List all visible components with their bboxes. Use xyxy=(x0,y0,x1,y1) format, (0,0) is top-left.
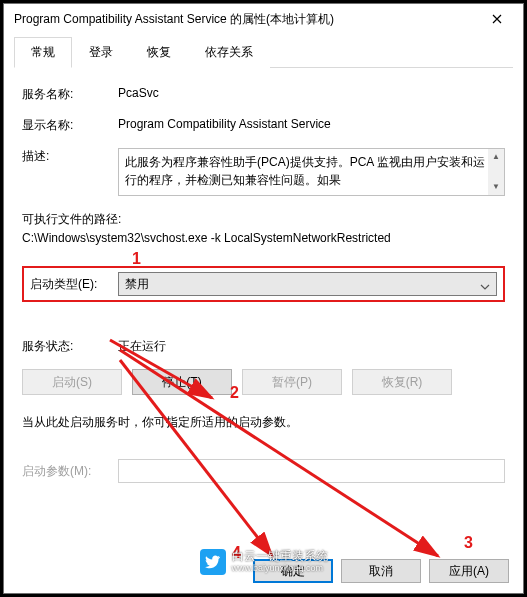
watermark-icon xyxy=(200,549,226,575)
annotation-3: 3 xyxy=(464,534,473,552)
service-status-value: 正在运行 xyxy=(118,338,505,355)
pause-button: 暂停(P) xyxy=(242,369,342,395)
description-text: 此服务为程序兼容性助手(PCA)提供支持。PCA 监视由用户安装和运行的程序，并… xyxy=(125,155,485,187)
tab-logon[interactable]: 登录 xyxy=(72,37,130,68)
stop-button[interactable]: 停止(T) xyxy=(132,369,232,395)
tab-panel-general: 服务名称: PcaSvc 显示名称: Program Compatibility… xyxy=(14,68,513,511)
service-control-buttons: 启动(S) 停止(T) 暂停(P) 恢复(R) xyxy=(22,369,505,395)
watermark: 白云一键重装系统 www.baiyunxitong.com xyxy=(200,549,328,575)
watermark-line1: 白云一键重装系统 xyxy=(232,550,328,563)
service-status-label: 服务状态: xyxy=(22,338,118,355)
watermark-line2: www.baiyunxitong.com xyxy=(232,564,328,574)
start-params-input xyxy=(118,459,505,483)
start-params-hint: 当从此处启动服务时，你可指定所适用的启动参数。 xyxy=(22,413,505,431)
display-name-value: Program Compatibility Assistant Service xyxy=(118,117,505,134)
close-icon xyxy=(492,14,502,24)
exe-path-value: C:\Windows\system32\svchost.exe -k Local… xyxy=(22,229,505,248)
scroll-up-icon[interactable]: ▲ xyxy=(488,149,504,165)
tab-strip: 常规 登录 恢复 依存关系 xyxy=(14,36,513,68)
window-title: Program Compatibility Assistant Service … xyxy=(14,11,477,28)
close-button[interactable] xyxy=(477,5,517,33)
startup-type-select[interactable]: 禁用 xyxy=(118,272,497,296)
cancel-button[interactable]: 取消 xyxy=(341,559,421,583)
startup-type-value: 禁用 xyxy=(125,276,149,293)
start-button: 启动(S) xyxy=(22,369,122,395)
service-name-value: PcaSvc xyxy=(118,86,505,103)
apply-button[interactable]: 应用(A) xyxy=(429,559,509,583)
service-name-label: 服务名称: xyxy=(22,86,118,103)
titlebar: Program Compatibility Assistant Service … xyxy=(4,4,523,34)
resume-button: 恢复(R) xyxy=(352,369,452,395)
chevron-down-icon xyxy=(480,279,490,293)
annotation-1: 1 xyxy=(132,250,141,268)
startup-type-highlight: 1 启动类型(E): 禁用 xyxy=(22,266,505,302)
scroll-down-icon[interactable]: ▼ xyxy=(488,179,504,195)
tab-general[interactable]: 常规 xyxy=(14,37,72,68)
description-label: 描述: xyxy=(22,148,118,196)
scroll-track[interactable] xyxy=(488,165,504,179)
properties-dialog: Program Compatibility Assistant Service … xyxy=(3,3,524,594)
annotation-2: 2 xyxy=(230,384,239,402)
tab-dependencies[interactable]: 依存关系 xyxy=(188,37,270,68)
description-textbox[interactable]: 此服务为程序兼容性助手(PCA)提供支持。PCA 监视由用户安装和运行的程序，并… xyxy=(118,148,505,196)
exe-path-label: 可执行文件的路径: xyxy=(22,210,505,229)
startup-type-label: 启动类型(E): xyxy=(30,276,118,293)
tab-recovery[interactable]: 恢复 xyxy=(130,37,188,68)
display-name-label: 显示名称: xyxy=(22,117,118,134)
description-scrollbar[interactable]: ▲ ▼ xyxy=(488,149,504,195)
start-params-label: 启动参数(M): xyxy=(22,463,118,480)
